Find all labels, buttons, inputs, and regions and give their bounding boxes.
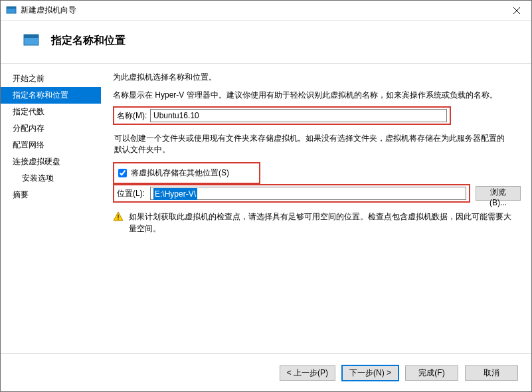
app-icon xyxy=(6,5,17,16)
location-input[interactable] xyxy=(150,187,466,200)
svg-rect-5 xyxy=(24,35,39,38)
step-network[interactable]: 配置网络 xyxy=(1,137,101,153)
step-before-begin[interactable]: 开始之前 xyxy=(1,70,101,87)
location-desc-text: 可以创建一个文件夹或使用现有文件夹来存储虚拟机。如果没有选择文件夹，虚拟机将存储… xyxy=(114,133,510,155)
svg-rect-8 xyxy=(118,219,119,220)
step-summary[interactable]: 摘要 xyxy=(1,187,101,203)
page-title: 指定名称和位置 xyxy=(51,34,126,48)
wizard-sidebar: 开始之前 指定名称和位置 指定代数 分配内存 配置网络 连接虚拟硬盘 安装选项 … xyxy=(1,64,101,353)
name-field-highlight: 名称(M): xyxy=(113,106,451,125)
browse-button[interactable]: 浏览(B)... xyxy=(476,186,521,201)
location-label: 位置(L): xyxy=(114,188,150,199)
step-vhd[interactable]: 连接虚拟硬盘 xyxy=(1,153,101,170)
close-icon xyxy=(513,7,520,14)
name-desc-text: 名称显示在 Hyper-V 管理器中。建议你使用有助于轻松识别此虚拟机的名称，如… xyxy=(113,90,521,101)
window-title: 新建虚拟机向导 xyxy=(21,5,501,16)
step-name-location[interactable]: 指定名称和位置 xyxy=(1,87,101,104)
wizard-header: 指定名称和位置 xyxy=(1,21,531,63)
warning-row: 如果计划获取此虚拟机的检查点，请选择具有足够可用空间的位置。检查点包含虚拟机数据… xyxy=(113,211,521,235)
previous-button[interactable]: < 上一步(P) xyxy=(280,365,335,381)
step-install-options[interactable]: 安装选项 xyxy=(1,170,101,187)
finish-button[interactable]: 完成(F) xyxy=(405,365,458,381)
name-input[interactable] xyxy=(150,109,447,122)
wizard-body: 开始之前 指定名称和位置 指定代数 分配内存 配置网络 连接虚拟硬盘 安装选项 … xyxy=(1,64,531,353)
location-field-highlight: 位置(L): E:\Hyper-V\ xyxy=(113,184,470,203)
wizard-window: 新建虚拟机向导 指定名称和位置 开始之前 指定名称和位置 指定代数 分配内存 配… xyxy=(0,0,532,392)
close-button[interactable] xyxy=(501,1,531,20)
wizard-icon xyxy=(23,33,39,49)
intro-text: 为此虚拟机选择名称和位置。 xyxy=(113,72,521,83)
warning-text: 如果计划获取此虚拟机的检查点，请选择具有足够可用空间的位置。检查点包含虚拟机数据… xyxy=(129,211,514,235)
svg-rect-1 xyxy=(7,7,16,9)
svg-rect-7 xyxy=(118,215,119,218)
wizard-footer: < 上一步(P) 下一步(N) > 完成(F) 取消 xyxy=(1,354,531,391)
cancel-button[interactable]: 取消 xyxy=(465,365,518,381)
step-memory[interactable]: 分配内存 xyxy=(1,120,101,137)
store-other-location-label: 将虚拟机存储在其他位置(S) xyxy=(131,167,229,179)
titlebar: 新建虚拟机向导 xyxy=(1,1,531,21)
wizard-content: 为此虚拟机选择名称和位置。 名称显示在 Hyper-V 管理器中。建议你使用有助… xyxy=(101,64,531,353)
warning-icon xyxy=(113,211,124,222)
store-other-location-checkbox[interactable] xyxy=(118,169,127,177)
name-label: 名称(M): xyxy=(114,110,150,122)
store-other-location-block: 将虚拟机存储在其他位置(S) xyxy=(113,162,260,184)
step-generation[interactable]: 指定代数 xyxy=(1,104,101,120)
next-button[interactable]: 下一步(N) > xyxy=(342,365,399,381)
